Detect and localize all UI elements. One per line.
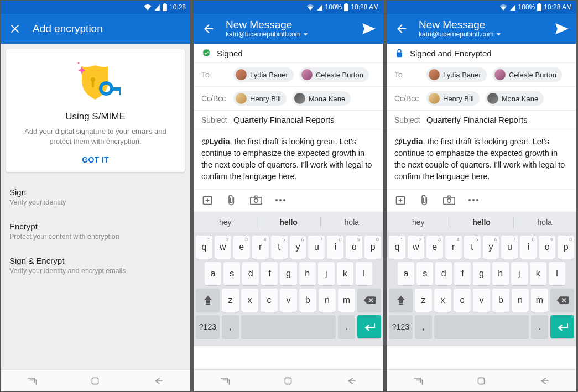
key-o[interactable]: o9 <box>346 236 362 259</box>
key-f[interactable]: f <box>261 262 278 285</box>
key-d[interactable]: d <box>242 262 259 285</box>
key-t[interactable]: t5 <box>464 236 481 259</box>
appbar-account[interactable]: katri@lucernepubintl.com <box>419 31 544 38</box>
key-u[interactable]: u7 <box>501 236 518 259</box>
key-backspace[interactable] <box>357 289 381 312</box>
key-f[interactable]: f <box>454 262 471 285</box>
suggestion[interactable]: hello <box>257 212 320 232</box>
more-icon[interactable] <box>274 194 287 206</box>
recipient-chip[interactable]: Henry Bill <box>426 91 480 106</box>
subject-input[interactable] <box>426 115 569 124</box>
key-z[interactable]: z <box>415 289 432 312</box>
key-j[interactable]: j <box>511 262 528 285</box>
cc-row[interactable]: Cc/Bcc Henry Bill Mona Kane <box>194 87 383 111</box>
key-symbols[interactable]: ?123 <box>196 315 220 338</box>
key-u[interactable]: u7 <box>308 236 325 259</box>
key-k[interactable]: k <box>530 262 546 285</box>
key-i[interactable]: i8 <box>520 236 537 259</box>
more-icon[interactable] <box>467 194 480 206</box>
recents-icon[interactable] <box>218 374 232 388</box>
camera-icon[interactable] <box>443 194 455 206</box>
suggestion[interactable]: hey <box>387 212 450 232</box>
key-h[interactable]: h <box>492 262 509 285</box>
key-space[interactable] <box>434 315 529 338</box>
attachment-icon[interactable] <box>419 194 431 206</box>
key-l[interactable]: l <box>356 262 372 285</box>
subject-input[interactable] <box>233 115 376 124</box>
key-w[interactable]: w2 <box>215 236 231 259</box>
message-body[interactable]: @Lydia, the first draft is looking great… <box>194 129 383 190</box>
got-it-button[interactable]: GOT IT <box>16 155 175 164</box>
key-comma[interactable]: , <box>415 315 432 338</box>
key-e[interactable]: e3 <box>426 236 443 259</box>
key-r[interactable]: r4 <box>445 236 462 259</box>
to-row[interactable]: To Lydia Bauer Celeste Burton <box>387 63 576 87</box>
key-w[interactable]: w2 <box>408 236 424 259</box>
key-b[interactable]: b <box>492 289 509 312</box>
back-icon[interactable] <box>393 21 409 36</box>
security-status-row[interactable]: Signed and Encrypted <box>387 44 576 63</box>
key-r[interactable]: r4 <box>252 236 269 259</box>
key-symbols[interactable]: ?123 <box>389 315 413 338</box>
key-n[interactable]: n <box>512 289 529 312</box>
key-enter[interactable] <box>550 315 574 338</box>
key-g[interactable]: g <box>473 262 490 285</box>
appbar-account[interactable]: katri@lucernepubintl.com <box>226 31 351 38</box>
key-y[interactable]: y6 <box>483 236 499 259</box>
key-backspace[interactable] <box>550 289 574 312</box>
key-comma[interactable]: , <box>222 315 239 338</box>
key-v[interactable]: v <box>473 289 490 312</box>
key-b[interactable]: b <box>299 289 316 312</box>
key-c[interactable]: c <box>261 289 278 312</box>
recents-icon[interactable] <box>25 374 39 388</box>
close-icon[interactable] <box>7 21 23 36</box>
key-q[interactable]: q1 <box>389 236 405 259</box>
key-shift[interactable] <box>389 289 413 312</box>
key-x[interactable]: x <box>241 289 258 312</box>
key-n[interactable]: n <box>319 289 336 312</box>
key-k[interactable]: k <box>337 262 353 285</box>
calendar-add-icon[interactable] <box>201 194 214 206</box>
key-s[interactable]: s <box>223 262 240 285</box>
recipient-chip[interactable]: Henry Bill <box>233 91 287 106</box>
home-icon[interactable] <box>88 374 102 388</box>
key-y[interactable]: y6 <box>290 236 306 259</box>
key-shift[interactable] <box>196 289 220 312</box>
recipient-chip[interactable]: Celeste Burton <box>299 67 369 82</box>
back-icon[interactable] <box>152 374 165 388</box>
recipient-chip[interactable]: Lydia Bauer <box>233 67 294 82</box>
recents-icon[interactable] <box>412 374 425 388</box>
key-j[interactable]: j <box>318 262 335 285</box>
option-sign-encrypt[interactable]: Sign & Encrypt Verify your identity and … <box>6 248 185 283</box>
suggestion[interactable]: hola <box>513 212 576 232</box>
key-o[interactable]: o9 <box>539 236 555 259</box>
key-a[interactable]: a <box>205 262 221 285</box>
key-v[interactable]: v <box>280 289 297 312</box>
key-c[interactable]: c <box>454 289 471 312</box>
key-g[interactable]: g <box>280 262 296 285</box>
key-space[interactable] <box>241 315 336 338</box>
back-icon[interactable] <box>538 374 551 388</box>
recipient-chip[interactable]: Mona Kane <box>292 91 351 106</box>
suggestion[interactable]: hola <box>320 212 383 232</box>
calendar-add-icon[interactable] <box>394 194 407 206</box>
key-t[interactable]: t5 <box>271 236 288 259</box>
key-z[interactable]: z <box>222 289 239 312</box>
attachment-icon[interactable] <box>226 194 238 206</box>
message-body[interactable]: @Lydia, the first draft is looking great… <box>387 129 576 190</box>
key-l[interactable]: l <box>549 262 565 285</box>
key-enter[interactable] <box>357 315 381 338</box>
send-button[interactable] <box>554 21 570 36</box>
option-sign[interactable]: Sign Verify your identity <box>6 180 185 214</box>
back-icon[interactable] <box>345 374 358 388</box>
key-period[interactable]: . <box>338 315 355 338</box>
home-icon[interactable] <box>282 374 295 388</box>
recipient-chip[interactable]: Mona Kane <box>485 91 544 106</box>
key-i[interactable]: i8 <box>327 236 343 259</box>
key-q[interactable]: q1 <box>196 236 212 259</box>
key-p[interactable]: p0 <box>364 236 381 259</box>
option-encrypt[interactable]: Encrypt Protect your content with encryp… <box>6 214 185 248</box>
to-row[interactable]: To Lydia Bauer Celeste Burton <box>194 63 383 87</box>
recipient-chip[interactable]: Lydia Bauer <box>426 67 487 82</box>
key-d[interactable]: d <box>435 262 452 285</box>
